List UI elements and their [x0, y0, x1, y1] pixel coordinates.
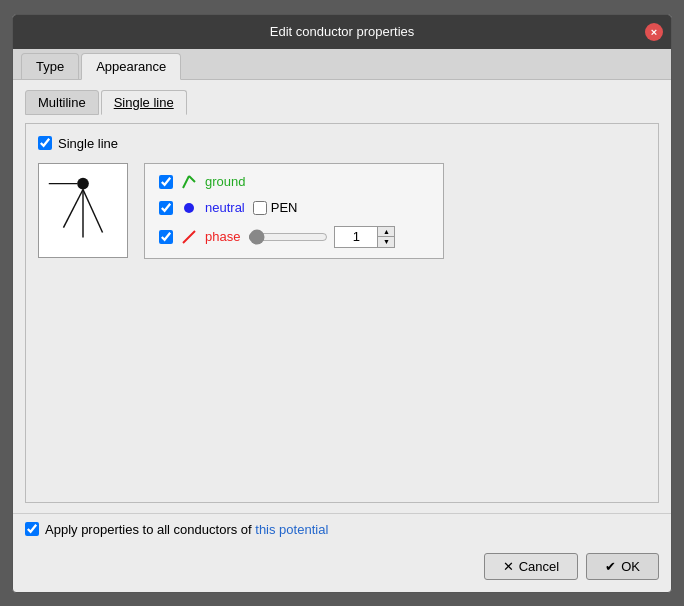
- close-button[interactable]: ×: [645, 23, 663, 41]
- dialog: Edit conductor properties × Type Appeara…: [12, 14, 672, 593]
- titlebar: Edit conductor properties ×: [13, 15, 671, 49]
- neutral-row: neutral PEN: [159, 200, 429, 216]
- phase-checkbox[interactable]: [159, 230, 173, 244]
- conductor-preview: [38, 163, 128, 258]
- tab-multiline[interactable]: Multiline: [25, 90, 99, 115]
- ground-icon: [181, 174, 197, 190]
- ground-checkbox[interactable]: [159, 175, 173, 189]
- footer-check-area: Apply properties to all conductors of th…: [13, 513, 671, 545]
- top-tabs: Type Appearance: [13, 49, 671, 80]
- neutral-label: neutral: [205, 200, 245, 215]
- ok-icon: ✔: [605, 559, 616, 574]
- single-line-label: Single line: [58, 136, 118, 151]
- apply-label: Apply properties to all conductors of th…: [45, 522, 328, 537]
- panel: Single line: [25, 123, 659, 503]
- ok-button[interactable]: ✔ OK: [586, 553, 659, 580]
- cancel-button[interactable]: ✕ Cancel: [484, 553, 578, 580]
- tab-appearance[interactable]: Appearance: [81, 53, 181, 80]
- phase-controls: ▲ ▼: [248, 226, 395, 248]
- single-line-row: Single line: [38, 136, 646, 151]
- pen-check: PEN: [253, 200, 298, 215]
- ground-row: ground: [159, 174, 429, 190]
- cancel-label: Cancel: [519, 559, 559, 574]
- phase-icon: [181, 229, 197, 245]
- neutral-icon: [181, 200, 197, 216]
- pen-checkbox[interactable]: [253, 201, 267, 215]
- svg-line-5: [183, 176, 189, 188]
- options-box: ground neutral PEN: [144, 163, 444, 259]
- svg-line-6: [189, 176, 195, 182]
- phase-row: phase ▲ ▼: [159, 226, 429, 248]
- svg-point-0: [77, 177, 89, 189]
- pen-label: PEN: [271, 200, 298, 215]
- spin-arrows: ▲ ▼: [378, 226, 395, 248]
- conductor-container: ground neutral PEN: [38, 163, 646, 259]
- phase-spinbox: ▲ ▼: [334, 226, 395, 248]
- apply-label-highlight: this potential: [255, 522, 328, 537]
- spin-up[interactable]: ▲: [378, 227, 394, 237]
- spin-down[interactable]: ▼: [378, 237, 394, 247]
- svg-line-8: [183, 231, 195, 243]
- neutral-extra: PEN: [253, 200, 298, 215]
- footer-buttons: ✕ Cancel ✔ OK: [13, 545, 671, 592]
- tab-singleline[interactable]: Single line: [101, 90, 187, 115]
- phase-slider[interactable]: [248, 229, 328, 245]
- neutral-checkbox[interactable]: [159, 201, 173, 215]
- ground-label: ground: [205, 174, 245, 189]
- svg-line-1: [63, 189, 83, 227]
- phase-label: phase: [205, 229, 240, 244]
- svg-point-7: [184, 203, 194, 213]
- apply-checkbox[interactable]: [25, 522, 39, 536]
- ok-label: OK: [621, 559, 640, 574]
- svg-line-3: [83, 189, 103, 232]
- conductor-svg: [39, 164, 127, 257]
- cancel-icon: ✕: [503, 559, 514, 574]
- dialog-title: Edit conductor properties: [270, 24, 415, 39]
- single-line-checkbox[interactable]: [38, 136, 52, 150]
- phase-input[interactable]: [334, 226, 378, 248]
- inner-tabs: Multiline Single line: [25, 90, 659, 115]
- tab-type[interactable]: Type: [21, 53, 79, 79]
- content-area: Multiline Single line Single line: [13, 80, 671, 513]
